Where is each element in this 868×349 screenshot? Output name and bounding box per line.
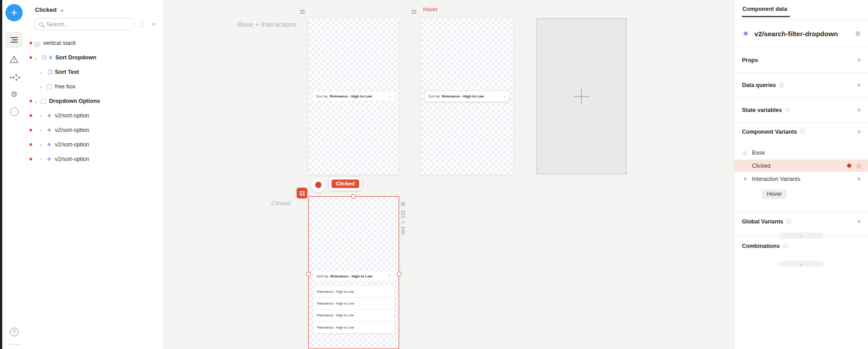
sort-value-label: Relevance - High to Low	[442, 94, 484, 98]
components-button[interactable]	[5, 69, 23, 86]
chevron-down-icon: ⌄	[141, 24, 144, 27]
collapse-all-button[interactable]: ✕	[152, 22, 156, 27]
variant-row-base[interactable]: △ Base	[734, 145, 868, 160]
resize-handle-left[interactable]	[307, 272, 311, 276]
resize-handle-top[interactable]	[351, 194, 356, 199]
layer-label: Sort Text	[55, 69, 79, 75]
record-variant-toggle[interactable]	[311, 178, 326, 192]
chevron-down-icon[interactable]: ⌄	[34, 99, 40, 104]
variant-context-dropdown[interactable]: Clicked ⌄	[27, 0, 163, 13]
info-icon[interactable]: ⓘ	[800, 128, 805, 135]
panel-tabbar: Component data	[734, 0, 868, 19]
frame-icon[interactable]	[300, 9, 305, 15]
layer-label: Sort Dropdown	[55, 54, 96, 61]
sort-dropdown-trigger[interactable]: Sort by: Relevance - High to Low ⌄	[313, 92, 395, 101]
layer-label: v2/sort-option	[55, 127, 89, 133]
dropdown-option[interactable]: Relevance - High to Low	[313, 321, 394, 333]
design-canvas[interactable]: Base + Interactions Hover Sort by: Relev…	[164, 0, 734, 349]
sort-value-label: Relevance - High to Low	[330, 94, 372, 98]
variant-chip-clicked[interactable]: Clicked	[332, 179, 359, 188]
issues-button[interactable]	[5, 51, 23, 68]
hover-chip-row: Hover	[734, 186, 868, 211]
chevron-down-icon[interactable]: ⌄	[34, 55, 40, 60]
frame-icon[interactable]	[411, 9, 417, 15]
info-icon[interactable]: ⓘ	[783, 243, 788, 250]
account-circle-icon: …	[10, 107, 19, 116]
artboard-label-hover[interactable]: Hover	[423, 6, 438, 13]
record-target-icon[interactable]: ◎	[856, 162, 861, 169]
dropdown-option[interactable]: Relevance - High to Low	[313, 310, 394, 321]
layer-row-sort-option[interactable]: › ❖ v2/sort-option	[27, 123, 163, 137]
add-global-variant-button[interactable]: +	[857, 218, 861, 225]
expand-section-button[interactable]: ⌄	[779, 261, 824, 267]
sort-dropdown-trigger[interactable]: Sort by: Relevance - High to Low ⌄	[424, 91, 510, 102]
chevron-right-icon[interactable]: ›	[40, 113, 46, 118]
layer-row-sort-option[interactable]: › ❖ v2/sort-option	[27, 152, 163, 166]
component-icon: ❖	[46, 127, 53, 133]
chevron-right-icon[interactable]: ›	[40, 156, 46, 162]
sort-prefix-label: Sort by:	[316, 94, 329, 98]
layer-tree: vertical stack ⌄ Sort Dropdown › Sort Te…	[27, 36, 163, 166]
collapse-icon: ✕	[152, 22, 156, 27]
chevron-right-icon[interactable]: ›	[40, 142, 46, 147]
edited-indicator	[29, 56, 32, 59]
edited-indicator	[29, 129, 32, 131]
artboard-label-base[interactable]: Base + Interactions	[223, 20, 296, 28]
gear-icon[interactable]: ⚙	[855, 30, 861, 37]
component-title-row: ❖ v2/search-filter-dropdown ⚙	[734, 19, 868, 48]
artboard-label-clicked[interactable]: Clicked	[271, 200, 291, 207]
chevron-right-icon[interactable]: ›	[40, 69, 46, 75]
section-label: State variables	[742, 107, 782, 113]
icon-rail: + ⚙ … ?	[2, 0, 27, 349]
layer-row-dropdown-options[interactable]: ⌄ Dropdown Options	[27, 94, 163, 108]
info-icon[interactable]: ⓘ	[785, 107, 790, 114]
sort-dropdown-trigger[interactable]: Sort by: Relevance - High to Low ⌃	[313, 271, 394, 281]
component-icon: ❖	[743, 30, 749, 37]
add-state-variable-button[interactable]: +	[857, 107, 861, 114]
tab-component-data[interactable]: Component data	[742, 0, 790, 17]
chevron-up-icon: ⌃	[388, 274, 391, 278]
artboard-hover[interactable]: Sort by: Relevance - High to Low ⌄	[421, 18, 513, 174]
add-interaction-variant-button[interactable]: +	[857, 175, 861, 183]
layer-label: free box	[55, 83, 75, 90]
layer-row-sort-option[interactable]: › ❖ v2/sort-option	[27, 108, 163, 123]
sort-prefix-label: Sort by:	[428, 94, 441, 98]
artboard-clicked[interactable]: Sort by: Relevance - High to Low ⌃ Relev…	[308, 196, 399, 349]
sort-prefix-label: Sort by:	[317, 274, 329, 278]
layer-row-sort-dropdown[interactable]: ⌄ Sort Dropdown	[27, 50, 163, 65]
info-icon[interactable]: ⓘ	[786, 218, 791, 225]
search-input[interactable]	[46, 21, 130, 28]
variant-row-clicked[interactable]: Clicked ◎	[734, 160, 868, 172]
expand-section-button[interactable]: ⌄	[779, 233, 824, 239]
component-name: v2/search-filter-dropdown	[755, 30, 838, 38]
selected-frame-badge[interactable]	[297, 188, 307, 199]
layer-row-sort-option[interactable]: › ❖ v2/sort-option	[27, 137, 163, 152]
variant-chip-hover[interactable]: Hover	[762, 189, 787, 199]
settings-button[interactable]: ⚙	[5, 86, 23, 102]
help-button[interactable]: ?	[5, 324, 23, 340]
chevron-right-icon[interactable]: ›	[40, 84, 46, 89]
layer-row-free-box[interactable]: › free box	[27, 79, 163, 94]
gear-icon[interactable]: ⚙	[400, 201, 406, 208]
layer-row-vertical-stack[interactable]: vertical stack	[27, 36, 163, 50]
warning-icon	[10, 55, 19, 63]
dropdown-option[interactable]: Relevance - High to Low	[313, 286, 394, 298]
add-button[interactable]: +	[5, 4, 23, 21]
variant-row-interaction[interactable]: Interaction Variants +	[734, 172, 868, 186]
search-box[interactable]	[35, 18, 134, 30]
info-icon[interactable]: ⓘ	[779, 82, 784, 89]
artboard-placeholder[interactable]	[536, 18, 627, 174]
layer-row-sort-text[interactable]: › Sort Text	[27, 65, 163, 79]
outline-tab-button[interactable]	[5, 32, 23, 48]
expand-all-button[interactable]: ⌃⌄	[141, 22, 144, 27]
section-state-variables: State variables ⓘ +	[734, 98, 868, 123]
add-variant-button[interactable]: +	[857, 128, 861, 136]
add-data-query-button[interactable]: +	[857, 82, 861, 89]
dropdown-option[interactable]: Relevance - High to Low	[313, 298, 394, 310]
resize-handle-right[interactable]	[397, 272, 401, 276]
variant-context-label: Clicked	[35, 6, 57, 13]
artboard-base[interactable]: Sort by: Relevance - High to Low ⌄	[308, 18, 399, 174]
chevron-right-icon[interactable]: ›	[40, 127, 46, 133]
account-button[interactable]: …	[5, 103, 23, 120]
add-prop-button[interactable]: +	[857, 57, 861, 64]
